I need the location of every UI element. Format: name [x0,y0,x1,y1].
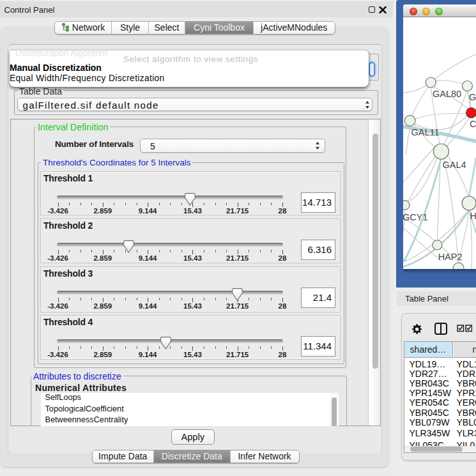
svg-text:C: C [470,119,476,129]
svg-text:HAP2: HAP2 [438,252,463,262]
svg-text:GAL4: GAL4 [443,160,466,170]
svg-text:GAL80: GAL80 [433,89,461,99]
svg-text:GA: GA [469,92,476,102]
svg-text:GAL11: GAL11 [411,127,440,137]
svg-text:GCY1: GCY1 [403,212,428,222]
svg-text:HI: HI [470,211,476,221]
